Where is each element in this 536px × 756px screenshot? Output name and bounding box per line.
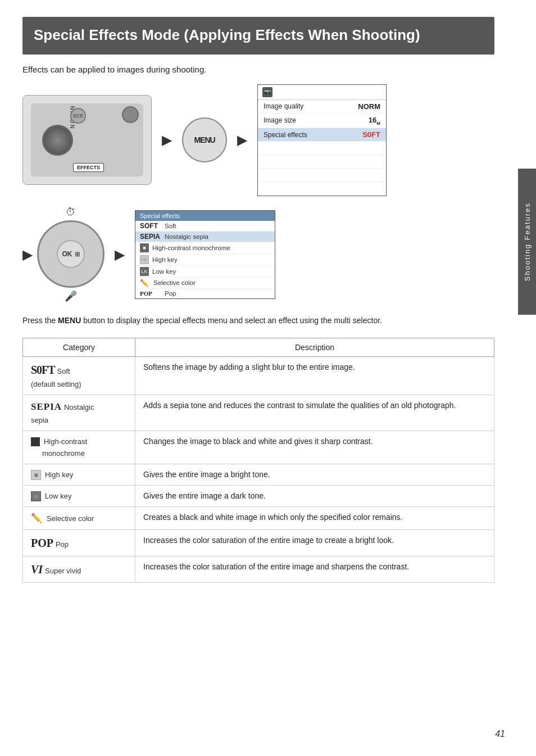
desc-soft: Softens the image by adding a slight blu…: [135, 357, 494, 395]
se-row-soft[interactable]: SOFT Soft: [135, 221, 275, 232]
menu-row-empty-2: [258, 155, 386, 169]
menu-row-empty-3: [258, 169, 386, 182]
se-row-selective[interactable]: ✏️ Selective color: [135, 278, 275, 289]
cat-text-selective: Selective color: [47, 514, 94, 523]
menu-row-effects[interactable]: Special effects S0FT: [258, 128, 386, 142]
table-row: ⊞ High key Gives the entire image a brig…: [23, 464, 494, 485]
col-description: Description: [135, 338, 494, 357]
se-row-sepia[interactable]: SEPIA Nostalgic sepia: [135, 232, 275, 242]
illustration-row-1: NIKON EFFECTS SCE ▶ MENU ▶ 📷 Image quali…: [22, 84, 494, 197]
cat-label-sepia-big: SEPIA: [31, 401, 62, 412]
table-row: VI Super vivid Increases the color satur…: [23, 556, 494, 582]
timer-icon: ⏱: [66, 206, 76, 218]
camera-lens: [42, 125, 73, 156]
cat-lowkey-icon: ⊞: [31, 491, 41, 501]
table-row: POP Pop Increases the color saturation o…: [23, 529, 494, 556]
desc-highkey: Gives the entire image a bright tone.: [135, 464, 494, 485]
menu-row-empty-4: [258, 182, 386, 196]
se-row-lowkey[interactable]: LK Low key: [135, 266, 275, 278]
se-panel-header: Special effects: [135, 211, 275, 221]
cat-text-soft: Soft: [57, 367, 70, 375]
mic-icon: 🎤: [65, 290, 77, 302]
menu-row-size: Image size 16M: [258, 114, 386, 129]
se-code-sepia: SEPIA: [140, 233, 161, 241]
se-row-pop[interactable]: POP Pop: [135, 289, 275, 298]
cat-highkey-icon: ⊞: [31, 470, 41, 480]
title-block: Special Effects Mode (Applying Effects W…: [22, 17, 494, 55]
effects-button[interactable]: EFFECTS: [73, 163, 104, 172]
arrow-2: ▶: [237, 132, 247, 148]
cat-text-sepia: Nostalgic: [64, 403, 94, 411]
cat-sub-mono: monochrome: [42, 449, 85, 458]
quality-label: Image quality: [264, 102, 303, 110]
ok-button[interactable]: OK ⊞: [57, 240, 85, 268]
cat-sub-sepia: sepia: [31, 416, 48, 424]
ok-dial[interactable]: OK ⊞: [37, 220, 105, 288]
cat-lowkey: ⊞ Low key: [23, 485, 135, 506]
se-name-lowkey: Low key: [152, 268, 176, 275]
desc-mono: Changes the image to black and white and…: [135, 431, 494, 464]
highkey-icon: HK: [140, 255, 149, 264]
scene-dial: SCE: [70, 108, 86, 124]
camera-body: NIKON EFFECTS SCE: [31, 103, 143, 176]
cat-selective: ✏️ Selective color: [23, 506, 135, 529]
size-label: Image size: [264, 116, 296, 124]
illustration-row-2: ▶ ⏱ OK ⊞ 🎤 ▶ Special effects SOFT Soft: [22, 206, 494, 302]
effects-value: S0FT: [362, 130, 380, 139]
ok-control-group: ⏱ OK ⊞ 🎤: [37, 206, 105, 302]
menu-panel: 📷 Image quality NORM Image size 16M Spec…: [257, 84, 387, 197]
lowkey-icon: LK: [140, 267, 149, 276]
col-category: Category: [23, 338, 135, 357]
se-row-mono[interactable]: ■ High-contrast monochrome: [135, 242, 275, 254]
cat-mono: High-contrast monochrome: [23, 431, 135, 464]
cat-sepia: SEPIA Nostalgic sepia: [23, 395, 135, 431]
desc-sepia: Adds a sepia tone and reduces the contra…: [135, 395, 494, 431]
table-row: ⊞ Low key Gives the entire image a dark …: [23, 485, 494, 506]
sidebar-tab: Shooting Features: [518, 169, 536, 315]
description-text: Press the MENU button to display the spe…: [22, 315, 494, 327]
menu-row-quality: Image quality NORM: [258, 100, 386, 114]
quality-value: NORM: [358, 102, 380, 111]
cat-pencil-icon: ✏️: [31, 513, 42, 523]
cat-text-vivid: Super vivid: [45, 567, 81, 575]
se-name-highkey: High key: [152, 256, 178, 263]
desc-lowkey: Gives the entire image a dark tone.: [135, 485, 494, 506]
menu-button[interactable]: MENU: [182, 117, 227, 162]
cat-mono-icon: [31, 437, 40, 446]
menu-camera-icon: 📷: [262, 87, 272, 97]
se-name-selective: Selective color: [153, 279, 196, 286]
menu-row-empty-1: [258, 142, 386, 155]
page-number: 41: [495, 729, 505, 739]
table-row: High-contrast monochrome Changes the ima…: [23, 431, 494, 464]
desc-pop: Increases the color saturation of the en…: [135, 529, 494, 556]
page-title: Special Effects Mode (Applying Effects W…: [34, 26, 483, 44]
arrow-4: ▶: [115, 247, 125, 262]
cat-text-mono: High-contrast: [44, 437, 87, 446]
cat-soft: S0FT Soft (default setting): [23, 357, 135, 395]
se-name-pop: Pop: [165, 290, 176, 297]
effects-table: Category Description S0FT Soft (default …: [22, 338, 494, 583]
cat-label-pop: POP: [31, 537, 53, 549]
se-name-sepia: Nostalgic sepia: [165, 233, 208, 240]
cat-pop: POP Pop: [23, 529, 135, 556]
pencil-icon: ✏️: [140, 279, 149, 287]
camera-illustration: NIKON EFFECTS SCE: [22, 95, 152, 185]
table-row: SEPIA Nostalgic sepia Adds a sepia tone …: [23, 395, 494, 431]
effects-label: Special effects: [264, 131, 307, 139]
sidebar-label: Shooting Features: [523, 202, 532, 281]
cat-text-pop: Pop: [56, 540, 69, 549]
subtitle: Effects can be applied to images during …: [22, 65, 494, 74]
arrow-3: ▶: [22, 247, 33, 262]
desc-selective: Creates a black and white image in which…: [135, 506, 494, 529]
table-row: S0FT Soft (default setting) Softens the …: [23, 357, 494, 395]
se-row-highkey[interactable]: HK High key: [135, 254, 275, 266]
special-effects-panel: Special effects SOFT Soft SEPIA Nostalgi…: [135, 210, 275, 299]
cat-label-soft-big: S0FT: [31, 364, 55, 376]
cat-vivid: VI Super vivid: [23, 556, 135, 582]
se-code-pop: POP: [140, 290, 161, 297]
desc-vivid: Increases the color saturation of the en…: [135, 556, 494, 582]
cat-sub-soft: (default setting): [31, 380, 81, 388]
arrow-1: ▶: [162, 132, 172, 148]
table-row: ✏️ Selective color Creates a black and w…: [23, 506, 494, 529]
camera-top-dial: [122, 106, 139, 123]
